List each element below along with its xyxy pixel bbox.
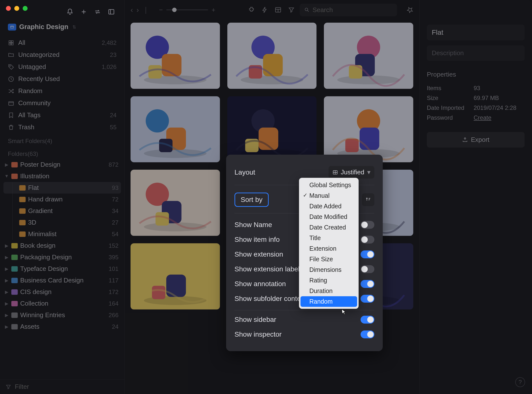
- thumbnail[interactable]: [227, 96, 317, 163]
- sort-option-date-created[interactable]: Date Created: [300, 222, 357, 233]
- toggle[interactable]: [361, 250, 374, 258]
- disclosure-icon[interactable]: ▼: [4, 174, 9, 179]
- folder-3d[interactable]: 3D27: [3, 217, 121, 228]
- disclosure-icon[interactable]: ▶: [4, 162, 9, 167]
- folder-book-design[interactable]: ▶Book design152: [3, 240, 121, 251]
- folder-illustration[interactable]: ▼Illustration: [3, 170, 121, 182]
- sort-option-title[interactable]: Title: [300, 233, 357, 243]
- swap-icon[interactable]: [94, 8, 101, 15]
- disclosure-icon[interactable]: ▶: [4, 255, 9, 260]
- toggle[interactable]: [361, 295, 374, 303]
- sort-option-date-added[interactable]: Date Added: [300, 201, 357, 212]
- toggle[interactable]: [361, 265, 374, 273]
- thumbnail[interactable]: [131, 23, 220, 89]
- filter-input[interactable]: [15, 383, 119, 391]
- layout-icon[interactable]: [275, 6, 282, 13]
- sidebar-item-community[interactable]: Community: [3, 97, 121, 109]
- disclosure-icon[interactable]: ▶: [4, 243, 9, 248]
- sidebar-item-random[interactable]: Random: [3, 85, 121, 97]
- folder-hand-drawn[interactable]: Hand drawn72: [3, 194, 121, 205]
- pin-icon[interactable]: [407, 7, 413, 13]
- folders-header[interactable]: Folders(63): [3, 146, 121, 159]
- sort-direction-button[interactable]: [362, 193, 374, 206]
- nav-back-icon[interactable]: ‹: [131, 6, 133, 14]
- sort-option-date-modified[interactable]: Date Modified: [300, 212, 357, 222]
- folder-collection[interactable]: ▶Collection164: [3, 298, 121, 309]
- smart-folders-header[interactable]: Smart Folders(4): [3, 133, 121, 146]
- sort-option-file-size[interactable]: File Size: [300, 254, 357, 264]
- nav-forward-icon[interactable]: ›: [136, 6, 139, 14]
- sort-option-manual[interactable]: Manual: [300, 190, 357, 201]
- sort-option-extension[interactable]: Extension: [300, 243, 357, 254]
- export-button[interactable]: Export: [427, 132, 525, 148]
- sort-option-dimensions[interactable]: Dimensions: [300, 264, 357, 275]
- disclosure-icon[interactable]: ▶: [4, 289, 9, 295]
- library-switcher[interactable]: Graphic Design ⇅: [0, 20, 124, 37]
- sidebar-item-trash[interactable]: Trash55: [3, 121, 121, 133]
- minimize-window[interactable]: [14, 6, 19, 11]
- folder-count: 93: [112, 184, 118, 191]
- search-input[interactable]: [313, 6, 393, 14]
- thumbnail[interactable]: [227, 23, 317, 89]
- inspector-title-field[interactable]: Flat: [427, 25, 525, 40]
- export-label: Export: [471, 136, 489, 144]
- plus-icon[interactable]: [80, 8, 87, 15]
- folder-packaging-design[interactable]: ▶Packaging Design395: [3, 251, 121, 263]
- folder-business-card-design[interactable]: ▶Business Card Design117: [3, 275, 121, 286]
- toggle[interactable]: [361, 316, 374, 324]
- toggle[interactable]: [361, 236, 374, 244]
- disclosure-icon[interactable]: ▶: [4, 301, 9, 306]
- window-controls[interactable]: [6, 6, 28, 11]
- svg-point-27: [144, 149, 206, 158]
- disclosure-icon[interactable]: ▶: [4, 266, 9, 272]
- folder-flat[interactable]: Flat93: [3, 182, 121, 194]
- sidebar-toggle-icon[interactable]: [108, 8, 115, 15]
- disclosure-icon[interactable]: ▶: [4, 324, 9, 329]
- sort-by-button[interactable]: Sort by: [234, 193, 269, 207]
- extension-icon[interactable]: [248, 6, 255, 13]
- thumbnail[interactable]: [131, 170, 220, 236]
- search-box[interactable]: [300, 4, 397, 16]
- sort-option-duration[interactable]: Duration: [300, 286, 357, 296]
- toggle[interactable]: [361, 330, 374, 338]
- action-icon[interactable]: [261, 6, 268, 13]
- sidebar-item-all[interactable]: All2,482: [3, 37, 121, 49]
- filter-toolbar-icon[interactable]: [288, 6, 295, 13]
- thumbnail[interactable]: [324, 23, 413, 89]
- thumbnail[interactable]: [131, 96, 220, 163]
- folder-typeface-design[interactable]: ▶Typeface Design101: [3, 263, 121, 275]
- folder-icon: [11, 289, 18, 295]
- inspector-description-field[interactable]: Description: [427, 45, 525, 61]
- close-window[interactable]: [6, 6, 11, 11]
- disclosure-icon[interactable]: ▶: [4, 278, 9, 283]
- folder-gradient[interactable]: Gradient34: [3, 205, 121, 217]
- folder-minimalist[interactable]: Minimalist54: [3, 228, 121, 240]
- thumbnail[interactable]: [324, 96, 413, 163]
- sidebar-item-uncategorized[interactable]: Uncategorized23: [3, 49, 121, 61]
- disclosure-icon[interactable]: ▶: [4, 312, 9, 318]
- sort-option-random[interactable]: Random: [300, 296, 357, 307]
- sidebar-item-all-tags[interactable]: All Tags24: [3, 109, 121, 121]
- view-option-show-sidebar: Show sidebar: [234, 312, 374, 327]
- folder-winning-entries[interactable]: ▶Winning Entries266: [3, 309, 121, 321]
- help-button[interactable]: ?: [515, 377, 525, 387]
- folder-cis-design[interactable]: ▶CIS design172: [3, 286, 121, 298]
- fullscreen-window[interactable]: [23, 6, 28, 11]
- prop-password-create-link[interactable]: Create: [474, 114, 491, 121]
- toggle[interactable]: [361, 280, 374, 288]
- thumbnail[interactable]: [131, 243, 220, 310]
- zoom-out-button[interactable]: −: [159, 6, 163, 14]
- toggle[interactable]: [361, 221, 374, 229]
- sort-by-dropdown[interactable]: Global SettingsManualDate AddedDate Modi…: [299, 178, 359, 309]
- folder-assets[interactable]: ▶Assets24: [3, 321, 121, 332]
- sidebar-item-recently-used[interactable]: Recently Used: [3, 73, 121, 85]
- bell-icon[interactable]: [66, 8, 73, 15]
- folder-poster-design[interactable]: ▶Poster Design872: [3, 159, 121, 170]
- sort-option-rating[interactable]: Rating: [300, 275, 357, 286]
- sort-option-global-settings[interactable]: Global Settings: [300, 180, 357, 190]
- zoom-slider[interactable]: [166, 9, 208, 10]
- sidebar-item-label: Recently Used: [18, 75, 60, 83]
- layout-select[interactable]: Justified ▾: [329, 166, 374, 179]
- zoom-in-button[interactable]: +: [212, 6, 215, 14]
- sidebar-item-untagged[interactable]: Untagged1,026: [3, 61, 121, 73]
